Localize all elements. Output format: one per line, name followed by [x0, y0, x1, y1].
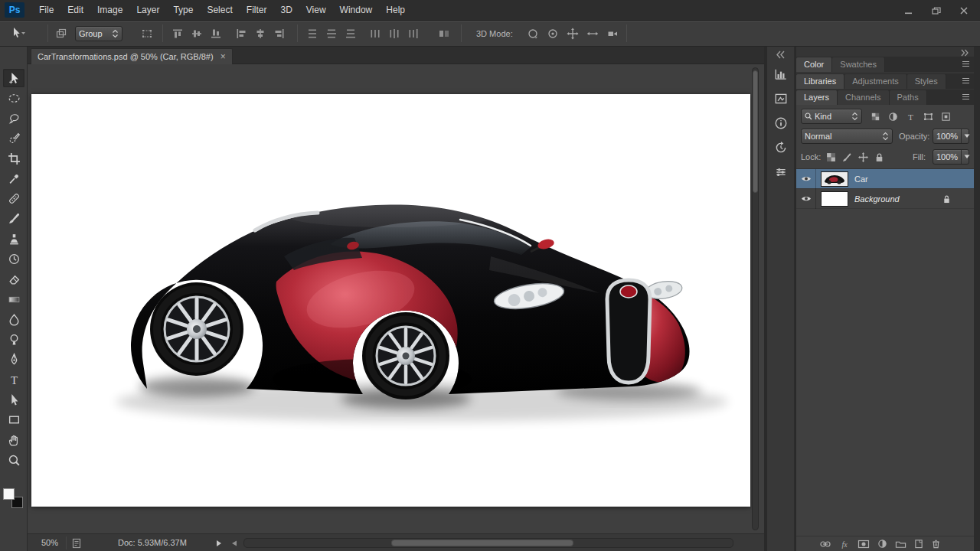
- quick-selection-tool[interactable]: [3, 129, 24, 147]
- horizontal-scrollbar[interactable]: [243, 538, 733, 548]
- layer-thumbnail[interactable]: [821, 191, 848, 207]
- hand-tool[interactable]: [3, 431, 24, 449]
- new-layer-icon[interactable]: [914, 539, 923, 549]
- filter-type-layers-icon[interactable]: T: [903, 109, 918, 124]
- healing-brush-tool[interactable]: [3, 189, 24, 207]
- histogram-panel-icon[interactable]: [771, 64, 791, 84]
- 3d-roll-icon[interactable]: [545, 26, 560, 41]
- tool-preset-picker[interactable]: [6, 26, 31, 41]
- layer-group-icon[interactable]: [895, 540, 906, 549]
- distribute-horizontal-centers-icon[interactable]: [387, 26, 402, 41]
- info-panel-icon[interactable]: [771, 113, 791, 133]
- filter-shape-layers-icon[interactable]: [921, 109, 936, 124]
- fill-dropdown[interactable]: 100%: [933, 149, 969, 165]
- tab-swatches[interactable]: Swatches: [832, 57, 885, 72]
- menu-select[interactable]: Select: [200, 0, 239, 20]
- dodge-tool[interactable]: [3, 330, 24, 348]
- 3d-slide-icon[interactable]: [585, 26, 600, 41]
- marquee-tool[interactable]: [3, 89, 24, 107]
- tab-channels[interactable]: Channels: [838, 90, 889, 105]
- menu-window[interactable]: Window: [333, 0, 380, 20]
- menu-image[interactable]: Image: [90, 0, 129, 20]
- menu-type[interactable]: Type: [166, 0, 200, 20]
- lock-position-icon[interactable]: [856, 150, 870, 164]
- vertical-scrollbar[interactable]: [752, 67, 759, 530]
- tab-adjustments[interactable]: Adjustments: [844, 74, 907, 89]
- pen-tool[interactable]: [3, 350, 24, 368]
- tab-color[interactable]: Color: [796, 57, 832, 72]
- menu-3d[interactable]: 3D: [273, 0, 299, 20]
- scroll-left-arrow-icon[interactable]: [231, 540, 237, 546]
- layer-mask-icon[interactable]: [858, 540, 870, 549]
- restore-icon[interactable]: [931, 6, 942, 15]
- history-panel-icon[interactable]: [771, 138, 791, 158]
- navigator-panel-icon[interactable]: [771, 89, 791, 109]
- document-canvas[interactable]: [31, 94, 750, 507]
- horizontal-scrollbar-thumb[interactable]: [391, 540, 573, 546]
- adjustment-layer-icon[interactable]: [877, 539, 887, 549]
- lock-transparent-pixels-icon[interactable]: [824, 150, 838, 164]
- opacity-dropdown[interactable]: 100%: [933, 129, 969, 144]
- path-selection-tool[interactable]: [3, 390, 24, 409]
- tab-styles[interactable]: Styles: [907, 74, 946, 89]
- eyedropper-tool[interactable]: [3, 169, 24, 187]
- panel-menu-icon[interactable]: [962, 93, 970, 100]
- filter-adjustment-layers-icon[interactable]: [886, 109, 900, 124]
- collapse-panels-icon[interactable]: [960, 49, 969, 57]
- distribute-bottom-edges-icon[interactable]: [343, 26, 358, 41]
- lasso-tool[interactable]: [3, 109, 24, 127]
- blur-tool[interactable]: [3, 310, 24, 328]
- menu-view[interactable]: View: [299, 0, 333, 20]
- close-icon[interactable]: [959, 6, 969, 15]
- align-horizontal-centers-icon[interactable]: [253, 26, 268, 41]
- layer-row-car[interactable]: Car: [796, 169, 974, 189]
- align-top-edges-icon[interactable]: [170, 26, 185, 41]
- eraser-tool[interactable]: [3, 269, 24, 288]
- layer-effects-icon[interactable]: fx: [839, 540, 850, 549]
- menu-help[interactable]: Help: [379, 0, 412, 20]
- align-bottom-edges-icon[interactable]: [208, 26, 224, 41]
- fill-arrow[interactable]: [961, 150, 970, 164]
- panel-menu-icon[interactable]: [962, 60, 970, 67]
- show-transform-controls-icon[interactable]: [139, 26, 155, 41]
- align-left-edges-icon[interactable]: [234, 26, 249, 41]
- distribute-top-edges-icon[interactable]: [305, 26, 320, 41]
- type-tool[interactable]: T: [3, 370, 24, 389]
- menu-layer[interactable]: Layer: [129, 0, 166, 20]
- align-right-edges-icon[interactable]: [272, 26, 287, 41]
- auto-select-icon[interactable]: [54, 26, 69, 41]
- foreground-color-swatch[interactable]: [3, 488, 15, 500]
- layer-thumbnail[interactable]: [821, 171, 848, 187]
- gradient-tool[interactable]: [3, 290, 24, 308]
- filter-pixel-layers-icon[interactable]: [868, 109, 883, 124]
- tab-libraries[interactable]: Libraries: [796, 74, 844, 89]
- expand-panels-icon[interactable]: [775, 50, 786, 60]
- align-vertical-centers-icon[interactable]: [189, 26, 204, 41]
- link-layers-icon[interactable]: [819, 540, 831, 549]
- properties-panel-icon[interactable]: [771, 162, 791, 182]
- filter-smart-objects-icon[interactable]: [939, 109, 953, 124]
- 3d-drag-icon[interactable]: [565, 26, 580, 41]
- layer-name[interactable]: Car: [854, 174, 868, 184]
- minimize-icon[interactable]: [903, 6, 914, 15]
- clone-stamp-tool[interactable]: [3, 230, 24, 248]
- distribute-right-edges-icon[interactable]: [406, 26, 421, 41]
- 3d-scale-icon[interactable]: [605, 26, 620, 41]
- rectangle-tool[interactable]: [3, 410, 24, 429]
- layer-row-background[interactable]: Background: [796, 189, 974, 209]
- move-tool[interactable]: [3, 69, 24, 87]
- auto-select-mode-dropdown[interactable]: Group: [75, 26, 122, 41]
- layer-name[interactable]: Background: [854, 194, 900, 204]
- auto-align-layers-icon[interactable]: [436, 26, 452, 41]
- tab-layers[interactable]: Layers: [796, 90, 838, 105]
- 3d-rotate-icon[interactable]: [525, 26, 541, 41]
- zoom-tool[interactable]: [3, 451, 24, 469]
- menu-filter[interactable]: Filter: [240, 0, 274, 20]
- menu-file[interactable]: File: [32, 0, 60, 20]
- delete-layer-icon[interactable]: [931, 539, 941, 549]
- tab-close-icon[interactable]: ×: [220, 51, 226, 62]
- lock-image-pixels-icon[interactable]: [840, 150, 854, 164]
- crop-tool[interactable]: [3, 149, 24, 168]
- panel-menu-icon[interactable]: [962, 77, 970, 84]
- layer-filter-dropdown[interactable]: Kind: [801, 109, 862, 124]
